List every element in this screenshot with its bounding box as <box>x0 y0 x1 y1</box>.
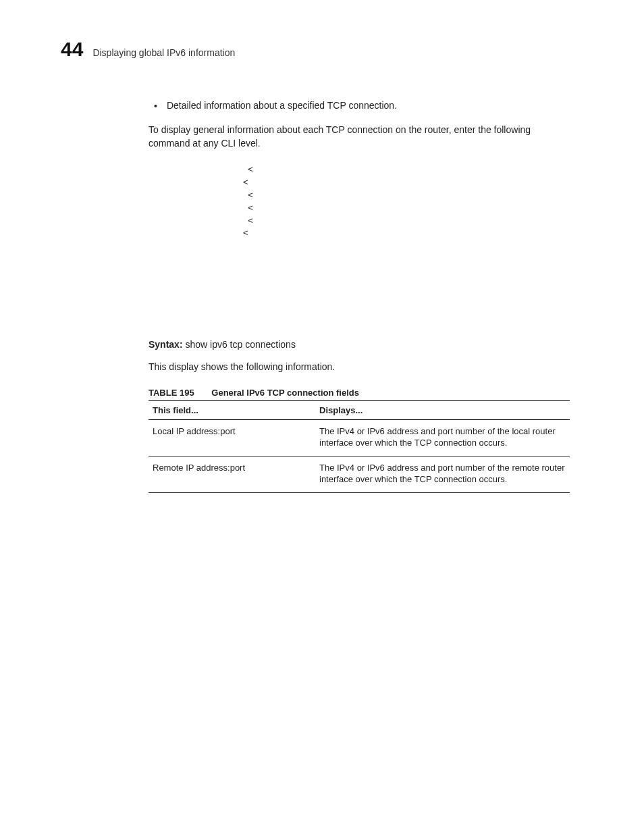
table-cell-desc: The IPv4 or IPv6 address and port number… <box>315 456 570 492</box>
follow-paragraph: This display shows the following informa… <box>149 361 570 374</box>
table-cell-field: Local IP address:port <box>149 419 315 456</box>
fields-table: This field... Displays... Local IP addre… <box>149 400 570 493</box>
syntax-value: show ipv6 tcp connections <box>185 339 295 350</box>
table-header-displays: Displays... <box>315 400 570 419</box>
syntax-label: Syntax: <box>149 339 183 350</box>
page-header: 44 Displaying global IPv6 information <box>61 39 570 59</box>
code-block: < < < < < < <box>149 163 570 339</box>
table-header-field: This field... <box>149 400 315 419</box>
page: 44 Displaying global IPv6 information • … <box>0 0 644 834</box>
bullet-icon: • <box>154 101 157 111</box>
table-number: TABLE 195 <box>149 388 194 398</box>
page-header-title: Displaying global IPv6 information <box>92 47 235 58</box>
intro-paragraph: To display general information about eac… <box>149 124 570 150</box>
table-cell-field: Remote IP address:port <box>149 456 315 492</box>
page-number: 44 <box>61 39 83 59</box>
table-caption: TABLE 195 General IPv6 TCP connection fi… <box>149 388 570 398</box>
table-row: Local IP address:port The IPv4 or IPv6 a… <box>149 419 570 456</box>
syntax-line: Syntax: show ipv6 tcp connections <box>149 339 570 350</box>
table-header-row: This field... Displays... <box>149 400 570 419</box>
table-row: Remote IP address:port The IPv4 or IPv6 … <box>149 456 570 492</box>
bullet-text: Detailed information about a specified T… <box>167 100 397 111</box>
table-cell-desc: The IPv4 or IPv6 address and port number… <box>315 419 570 456</box>
page-content: • Detailed information about a specified… <box>149 100 570 493</box>
bullet-item: • Detailed information about a specified… <box>149 100 570 111</box>
table-title: General IPv6 TCP connection fields <box>211 388 359 398</box>
